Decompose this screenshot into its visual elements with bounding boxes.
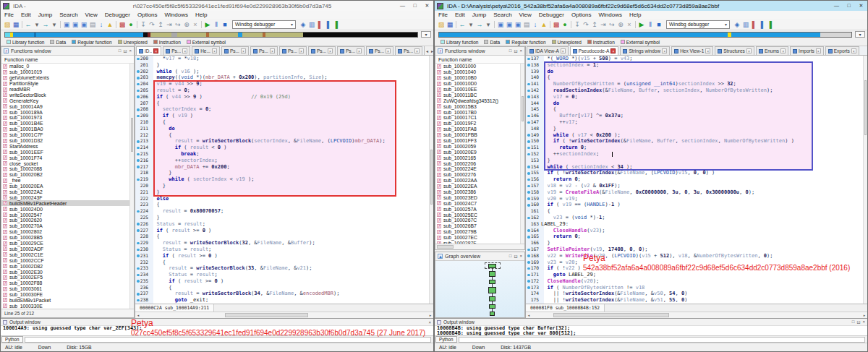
tab-close-icon[interactable]: × — [153, 48, 158, 53]
code-line[interactable]: 169 v23 = v20; — [526, 259, 867, 266]
tab-he-[interactable]: He...× — [192, 46, 220, 55]
tab-close-icon[interactable]: × — [746, 48, 752, 53]
function-row[interactable]: fsub_1000189A — [1, 109, 134, 115]
code-line[interactable]: 217 mbr_DATA += 0x200; — [135, 164, 433, 171]
stop-process-icon[interactable]: ■ — [655, 20, 663, 29]
step-over-icon[interactable]: ↷ — [582, 20, 590, 29]
function-row[interactable]: fsub_100027EC — [435, 235, 524, 241]
function-row[interactable]: fsub_10001BA0 — [1, 126, 134, 132]
code-line[interactable]: 166 } — [526, 240, 867, 246]
tab-hex-view-1[interactable]: Hex View-1× — [671, 46, 713, 55]
code-line[interactable]: 235 if ( result >= 0 ) — [135, 278, 433, 285]
code-line[interactable]: 144 do — [526, 100, 867, 107]
debugger-options-icon[interactable]: ◈ — [733, 20, 741, 29]
download-icon[interactable]: ↓ — [531, 20, 540, 29]
function-row[interactable]: fclose_socket — [1, 160, 134, 166]
code-line[interactable]: 161 { — [526, 208, 867, 215]
code-line[interactable]: 226 Status = result; — [135, 221, 433, 228]
chart-green-icon[interactable]: ▌ — [767, 20, 776, 29]
python-input[interactable] — [25, 337, 431, 343]
chart-red-icon[interactable]: ▌ — [316, 20, 325, 29]
menu-options[interactable]: Options — [134, 12, 161, 18]
function-row[interactable]: fsub_10002EF5 — [1, 275, 134, 280]
start-process-icon[interactable]: ▶ — [203, 20, 212, 29]
code-line[interactable]: 155 if ( !writeSectorIndex(&FileName, (L… — [526, 170, 867, 176]
code-line[interactable]: 173 if ( NumberOfBytesWritten != v18 — [526, 285, 867, 291]
chart-blue-icon[interactable]: ▌ — [325, 20, 333, 29]
function-row[interactable]: fsub_1000224E — [435, 166, 524, 172]
function-row[interactable]: fsub_1000243F — [1, 194, 134, 200]
save-icon[interactable]: ▦ — [12, 20, 20, 29]
minimize-button[interactable]: — — [396, 1, 409, 11]
open-folder-icon[interactable]: ▨ — [437, 20, 446, 29]
python-button[interactable]: Python — [1, 336, 23, 343]
function-row[interactable]: fsub_100017C1 — [435, 115, 524, 121]
function-row[interactable]: fsub_1000270A — [1, 223, 134, 229]
code-line[interactable]: 225 } — [135, 215, 433, 221]
tab-imports[interactable]: Imports× — [790, 46, 824, 55]
function-row[interactable]: fsub_1000330E — [1, 303, 134, 309]
function-row[interactable]: fsub_100023ED — [435, 194, 524, 200]
titlebar[interactable]: IDA - D:\Analysis\petya\2016_542a38bf52a… — [435, 1, 867, 11]
code-line[interactable]: 141 NumberOfBytesWritten = (unsigned __i… — [526, 81, 867, 87]
function-row[interactable]: fsub_100029CE — [1, 241, 134, 246]
breakpoint-icon[interactable]: ⊕ — [616, 20, 625, 29]
download-icon[interactable]: ↓ — [97, 20, 106, 29]
function-row[interactable]: fsub_10001FF3 — [435, 138, 524, 144]
function-row[interactable]: fPartitionStyle — [1, 81, 134, 87]
tab-id-[interactable]: ID..× — [136, 46, 161, 55]
tab-scroll-buttons[interactable]: ◂▸ — [424, 46, 433, 55]
scroll-left-icon[interactable]: ◂ — [526, 312, 532, 318]
go-icon[interactable]: ● — [561, 20, 569, 29]
tab-close-icon[interactable]: × — [662, 48, 667, 53]
tab-exports[interactable]: Exports× — [825, 46, 859, 55]
function-row[interactable]: fsub_10001973 — [1, 115, 134, 121]
function-row[interactable]: fsub_1000267C — [435, 218, 524, 223]
remote-debug-icon[interactable]: ▥ — [307, 20, 316, 29]
chart-blue-icon[interactable]: ▌ — [759, 20, 767, 29]
code-line[interactable]: 206 if ( v44 >> 9 ) // 0x19 (25d) — [135, 94, 433, 100]
run-until-return-icon[interactable]: ↥ — [156, 20, 165, 29]
tab-ps-[interactable]: Ps...× — [395, 46, 422, 55]
function-row[interactable]: fsub_10002CCF — [1, 257, 134, 263]
code-line[interactable]: 151 return 0; — [526, 145, 867, 151]
code-line[interactable]: 139 do — [526, 69, 867, 75]
code-line[interactable]: 218 } — [135, 170, 433, 176]
panel-buttons[interactable]: □⊡× — [119, 48, 132, 53]
function-row[interactable]: fsub_10001FA8 — [435, 126, 524, 132]
code-line[interactable]: 222 else — [135, 196, 433, 202]
code-line[interactable]: 140 { — [526, 74, 867, 81]
functions-window-titlebar[interactable]: f Functions window □⊡× — [435, 47, 524, 56]
code-line[interactable]: 171 goto LABEL_29; — [526, 272, 867, 278]
function-row[interactable]: fwriteSectorBlock — [1, 92, 134, 98]
code-line[interactable]: 167 SetFilePointer(v19, 17408, 0, 0); — [526, 246, 867, 253]
tab-ps-[interactable]: Ps...× — [250, 46, 278, 55]
code-line[interactable]: 174 || !writeSectorIndex(&FileName, &v50… — [526, 291, 867, 297]
tab-structures[interactable]: Structures× — [715, 46, 754, 55]
tab-close-icon[interactable]: × — [328, 48, 333, 53]
function-row[interactable]: fsub_10003061 — [1, 286, 134, 292]
tab-pseudocode-a[interactable]: Pseudocode-A× — [570, 46, 619, 55]
close-button[interactable]: ✕ — [855, 1, 867, 11]
function-row[interactable]: fsub_100020B2 — [1, 172, 134, 178]
function-row[interactable]: fsub_10001D32 — [1, 138, 134, 144]
code-line[interactable]: 164 CloseHandle(v23); — [526, 228, 867, 234]
menu-edit[interactable]: Edit — [451, 12, 469, 18]
function-row[interactable]: fsub_10001000 — [435, 64, 524, 69]
step-over-icon[interactable]: ↷ — [148, 20, 156, 29]
code-line[interactable]: 223 { — [135, 202, 433, 208]
navigation-band[interactable] — [4, 32, 418, 38]
menu-help[interactable]: Help — [626, 12, 644, 18]
menu-view[interactable]: View — [516, 12, 535, 18]
tab-close-icon[interactable]: × — [182, 48, 187, 53]
tab-strings-window[interactable]: Strings window× — [620, 46, 670, 55]
function-name-header[interactable]: Function name — [1, 56, 134, 64]
forward-dropdown-icon[interactable]: ▾ — [50, 20, 59, 29]
code-line[interactable]: 138 sectionIndex = 1; — [526, 62, 867, 69]
cancel-icon[interactable]: × — [191, 20, 200, 29]
panel-close-icon[interactable]: × — [129, 48, 132, 53]
code-line[interactable]: 146 Buffer[v17] ^= 0x37u; — [526, 113, 867, 119]
maximize-button[interactable]: □ — [409, 1, 421, 11]
function-row[interactable]: fsub_10002276 — [435, 172, 524, 178]
function-list-scrollbar[interactable] — [520, 64, 524, 244]
